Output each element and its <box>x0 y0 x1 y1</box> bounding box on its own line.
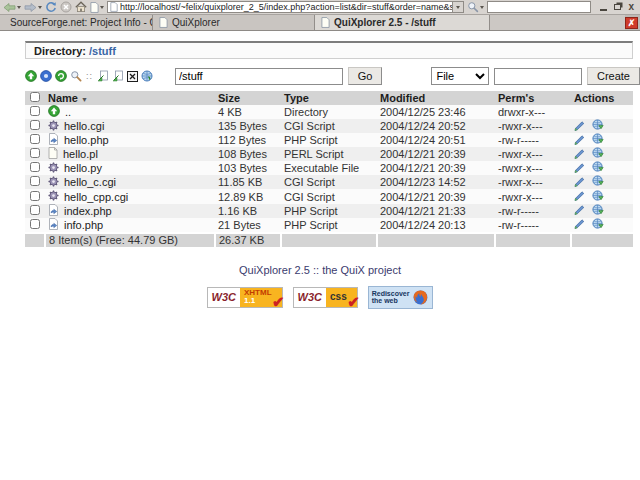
create-name-input[interactable] <box>494 68 582 85</box>
row-checkbox[interactable] <box>30 219 40 229</box>
search-engine-button[interactable] <box>467 1 484 13</box>
edit-icon[interactable] <box>574 134 585 147</box>
back-button[interactable] <box>3 2 21 13</box>
search-engine-caret[interactable] <box>480 6 484 9</box>
download-icon[interactable] <box>592 190 604 204</box>
file-name-link[interactable]: hello_cpp.cgi <box>64 191 128 203</box>
search-icon[interactable] <box>70 70 82 82</box>
file-name-link[interactable]: index.php <box>64 205 112 217</box>
tab-quixplorer[interactable]: QuiXplorer <box>153 15 315 30</box>
file-name-link[interactable]: hello.php <box>64 134 109 146</box>
firefox-badge[interactable]: Rediscover the web <box>368 286 434 309</box>
stop-button[interactable] <box>60 1 72 13</box>
row-checkbox[interactable] <box>30 191 40 201</box>
download-icon[interactable] <box>592 147 604 161</box>
row-checkbox[interactable] <box>30 148 40 158</box>
directory-label: Directory: <box>34 45 86 57</box>
page-icon <box>48 147 58 161</box>
tab-label: QuiXplorer 2.5 - /stuff <box>334 17 436 28</box>
header-name[interactable]: Name▼ <box>45 91 215 105</box>
w3c-css-badge[interactable]: W3C css ✔ <box>293 287 358 308</box>
home-icon[interactable] <box>40 70 52 82</box>
minimize-icon[interactable] <box>600 4 607 11</box>
table-row: hello.py 103 Bytes Executable File 2004/… <box>25 161 633 175</box>
delete-icon[interactable] <box>127 71 138 82</box>
archive-icon[interactable] <box>97 70 109 82</box>
path-input[interactable] <box>175 68 343 85</box>
header-size[interactable]: Size <box>215 91 281 105</box>
download-icon[interactable] <box>592 133 604 147</box>
header-perms[interactable]: Perm's <box>495 91 571 105</box>
table-row: info.php 21 Bytes PHP Script 2004/12/24 … <box>25 218 633 233</box>
file-type: PHP Script <box>281 133 377 147</box>
file-name-link[interactable]: hello_c.cgi <box>64 176 116 188</box>
url-text[interactable]: http://localhost/~felix/quixplorer_2_5/i… <box>120 2 452 12</box>
tab-sourceforge[interactable]: SourceForge.net: Project Info - Q... <box>0 15 153 30</box>
checkmark-icon: ✔ <box>272 293 285 311</box>
create-type-select[interactable]: File <box>431 67 489 85</box>
row-checkbox[interactable] <box>30 205 40 215</box>
row-checkbox[interactable] <box>30 106 40 116</box>
download-icon[interactable] <box>592 161 604 175</box>
actions-cell <box>571 105 633 119</box>
download-icon[interactable] <box>592 204 604 218</box>
download-icon[interactable] <box>592 119 604 133</box>
page-icon <box>159 17 168 28</box>
table-row: hello.cgi 135 Bytes CGI Script 2004/12/2… <box>25 119 633 133</box>
file-type: PHP Script <box>281 204 377 218</box>
download-icon[interactable] <box>592 175 604 189</box>
file-name-link[interactable]: info.php <box>64 219 103 231</box>
home-button[interactable] <box>75 1 87 13</box>
download-icon[interactable] <box>592 218 604 232</box>
header-type[interactable]: Type <box>281 91 377 105</box>
search-icon <box>467 1 479 13</box>
page-favicon <box>110 2 118 12</box>
go-button[interactable]: Go <box>348 67 383 85</box>
reload-button[interactable] <box>45 1 57 13</box>
back-history-caret[interactable] <box>17 6 21 9</box>
close-tab-button[interactable]: ✗ <box>625 17 638 29</box>
php-icon <box>48 133 59 147</box>
edit-icon[interactable] <box>574 162 585 175</box>
badges-row: W3C XHTML 1.1 ✔ W3C css ✔ Rediscover the… <box>0 286 640 309</box>
file-name-link[interactable]: hello.py <box>64 162 102 174</box>
tab-quixplorer-stuff[interactable]: QuiXplorer 2.5 - /stuff <box>315 15 490 30</box>
bookmark-caret[interactable] <box>100 6 104 9</box>
edit-icon[interactable] <box>574 204 585 217</box>
file-name-link[interactable]: hello.pl <box>63 148 98 160</box>
row-checkbox[interactable] <box>30 120 40 130</box>
row-checkbox[interactable] <box>30 134 40 144</box>
url-bar[interactable]: http://localhost/~felix/quixplorer_2_5/i… <box>107 1 464 13</box>
globe-icon[interactable] <box>141 70 153 82</box>
edit-icon[interactable] <box>574 176 585 189</box>
forward-history-caret[interactable] <box>38 6 42 9</box>
edit-icon[interactable] <box>574 218 585 231</box>
edit-icon[interactable] <box>574 148 585 161</box>
file-modified: 2004/12/24 20:51 <box>377 133 495 147</box>
close-icon[interactable]: x <box>628 2 634 12</box>
up-icon[interactable] <box>25 70 37 82</box>
items-summary: 8 Item(s) (Free: 44.79 GB) <box>45 233 215 247</box>
w3c-xhtml-badge[interactable]: W3C XHTML 1.1 ✔ <box>207 287 283 308</box>
forward-button[interactable] <box>24 2 42 13</box>
header-actions: Actions <box>571 91 633 105</box>
url-dropdown-button[interactable] <box>452 2 463 12</box>
edit-icon[interactable] <box>574 120 585 133</box>
file-name-link[interactable]: .. <box>65 106 71 118</box>
select-all-checkbox[interactable] <box>30 92 40 102</box>
directory-header: Directory: /stuff <box>25 41 633 59</box>
header-modified[interactable]: Modified <box>377 91 495 105</box>
php-icon <box>48 218 59 232</box>
restore-icon[interactable] <box>614 4 621 10</box>
gear-icon <box>48 190 59 203</box>
create-button[interactable]: Create <box>587 67 640 85</box>
row-checkbox[interactable] <box>30 176 40 186</box>
upload-icon[interactable] <box>112 70 124 82</box>
row-checkbox[interactable] <box>30 162 40 172</box>
reload-icon[interactable] <box>55 70 67 82</box>
web-search-input[interactable] <box>487 1 591 13</box>
back-icon <box>3 2 16 13</box>
file-name-link[interactable]: hello.cgi <box>64 120 104 132</box>
bookmark-page-button[interactable] <box>90 2 104 13</box>
edit-icon[interactable] <box>574 190 585 203</box>
